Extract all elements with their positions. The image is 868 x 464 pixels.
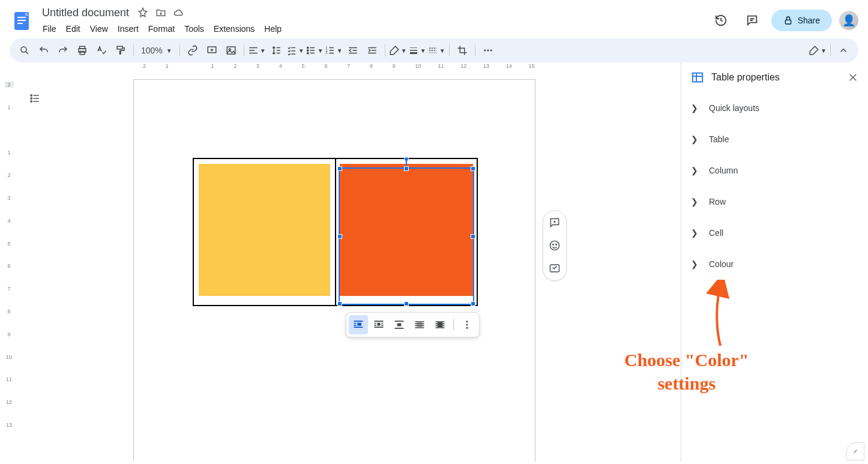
document-title[interactable]: Untitled document: [38, 5, 133, 20]
resize-handle-sw[interactable]: [337, 301, 342, 306]
table[interactable]: [193, 158, 478, 306]
section-label: Colour: [709, 259, 734, 269]
menu-file[interactable]: File: [38, 22, 61, 36]
collapse-toolbar-icon[interactable]: [834, 41, 852, 59]
editing-mode-icon[interactable]: ▼: [809, 41, 827, 59]
numbered-list-icon[interactable]: 123▼: [325, 41, 343, 59]
border-dash-icon[interactable]: ▼: [427, 41, 445, 59]
section-cell[interactable]: ❯Cell: [681, 217, 868, 249]
outline-toggle-icon[interactable]: [24, 88, 46, 109]
section-label: Column: [709, 166, 738, 175]
emoji-reaction-icon[interactable]: [546, 237, 563, 254]
table-icon: [691, 71, 704, 84]
ruler-h-tick: 6: [324, 63, 327, 69]
section-row[interactable]: ❯Row: [681, 186, 868, 217]
image-more-icon[interactable]: [457, 315, 477, 334]
orange-shape[interactable]: [340, 164, 474, 296]
ruler-h-tick: 4: [279, 63, 282, 69]
docs-logo[interactable]: [10, 8, 34, 32]
star-icon[interactable]: [137, 7, 148, 18]
redo-icon[interactable]: [54, 41, 72, 59]
table-cell-2[interactable]: [336, 158, 478, 306]
document-page[interactable]: [133, 79, 535, 462]
menu-extensions[interactable]: Extensions: [209, 22, 259, 36]
cloud-status-icon[interactable]: [173, 7, 184, 18]
lock-icon: [783, 16, 793, 25]
menu-view[interactable]: View: [86, 22, 112, 36]
ruler-v-tick: 9: [4, 331, 14, 337]
explore-icon[interactable]: [846, 442, 864, 460]
zoom-dropdown[interactable]: 100%▼: [137, 46, 176, 55]
image-options-toolbar: [346, 312, 480, 337]
menu-format[interactable]: Format: [144, 22, 179, 36]
svg-point-19: [484, 50, 486, 52]
sidepanel-title: Table properties: [711, 72, 840, 83]
svg-point-21: [490, 50, 492, 52]
ruler-v-tick: 2: [4, 172, 14, 178]
history-icon[interactable]: [709, 8, 733, 32]
header: Untitled document File Edit View Insert …: [0, 0, 868, 36]
line-spacing-icon[interactable]: [267, 41, 285, 59]
crop-icon[interactable]: [453, 41, 471, 59]
resize-handle-se[interactable]: [471, 301, 475, 306]
wrap-inline-icon[interactable]: [349, 315, 368, 334]
share-button[interactable]: Share: [771, 10, 832, 31]
menu-tools[interactable]: Tools: [180, 22, 208, 36]
chevron-right-icon: ❯: [691, 134, 701, 144]
increase-indent-icon[interactable]: [363, 41, 381, 59]
menu-edit[interactable]: Edit: [62, 22, 85, 36]
ruler-h-tick: 11: [438, 63, 444, 69]
wrap-text-icon[interactable]: [369, 315, 388, 334]
ruler-v-tick: 13: [4, 422, 14, 428]
spellcheck-icon[interactable]: [92, 41, 110, 59]
search-icon[interactable]: [16, 41, 34, 59]
svg-point-26: [550, 241, 559, 250]
table-cell-1[interactable]: [193, 158, 336, 306]
undo-icon[interactable]: [35, 41, 53, 59]
resize-handle-s[interactable]: [404, 301, 409, 306]
ruler-v-tick: 2: [4, 82, 14, 88]
canvas-area: 21123456789101112131415: [17, 62, 681, 462]
move-icon[interactable]: [155, 7, 166, 18]
chevron-right-icon: ❯: [691, 103, 701, 113]
comments-icon[interactable]: [740, 8, 764, 32]
svg-point-35: [466, 321, 468, 322]
border-weight-icon[interactable]: ▼: [408, 41, 426, 59]
checklist-icon[interactable]: ▼: [286, 41, 304, 59]
rotate-handle[interactable]: [404, 157, 409, 161]
section-label: Row: [709, 197, 726, 206]
insert-image-icon[interactable]: [222, 41, 240, 59]
suggest-edit-icon[interactable]: [546, 260, 563, 277]
avatar[interactable]: 👤: [839, 11, 858, 30]
section-table[interactable]: ❯Table: [681, 124, 868, 155]
bulleted-list-icon[interactable]: ▼: [306, 41, 324, 59]
svg-rect-4: [785, 20, 791, 24]
section-label: Cell: [709, 228, 723, 238]
align-icon[interactable]: ▼: [248, 41, 266, 59]
svg-point-15: [307, 52, 308, 53]
break-text-icon[interactable]: [390, 315, 409, 334]
ruler-h-tick: 7: [347, 63, 350, 69]
link-icon[interactable]: [184, 41, 202, 59]
menu-help[interactable]: Help: [260, 22, 286, 36]
paint-format-icon[interactable]: [112, 41, 130, 59]
svg-point-14: [307, 50, 308, 51]
add-comment-icon[interactable]: [203, 41, 221, 59]
section-quick-layouts[interactable]: ❯Quick layouts: [681, 92, 868, 124]
add-comment-side-icon[interactable]: [546, 214, 563, 231]
section-column[interactable]: ❯Column: [681, 155, 868, 186]
print-icon[interactable]: [73, 41, 91, 59]
ruler-v-tick: 11: [4, 376, 14, 382]
chevron-right-icon: ❯: [691, 197, 701, 206]
section-colour[interactable]: ❯Colour: [681, 249, 868, 280]
infront-text-icon[interactable]: [430, 315, 450, 334]
behind-text-icon[interactable]: [410, 315, 429, 334]
border-color-icon[interactable]: ▼: [389, 41, 407, 59]
ruler-v-tick: 10: [4, 354, 14, 360]
ruler-v-tick: 12: [4, 399, 14, 405]
more-icon[interactable]: [479, 41, 497, 59]
close-icon[interactable]: [848, 72, 858, 83]
yellow-shape[interactable]: [199, 164, 330, 296]
decrease-indent-icon[interactable]: [344, 41, 362, 59]
menu-insert[interactable]: Insert: [113, 22, 143, 36]
